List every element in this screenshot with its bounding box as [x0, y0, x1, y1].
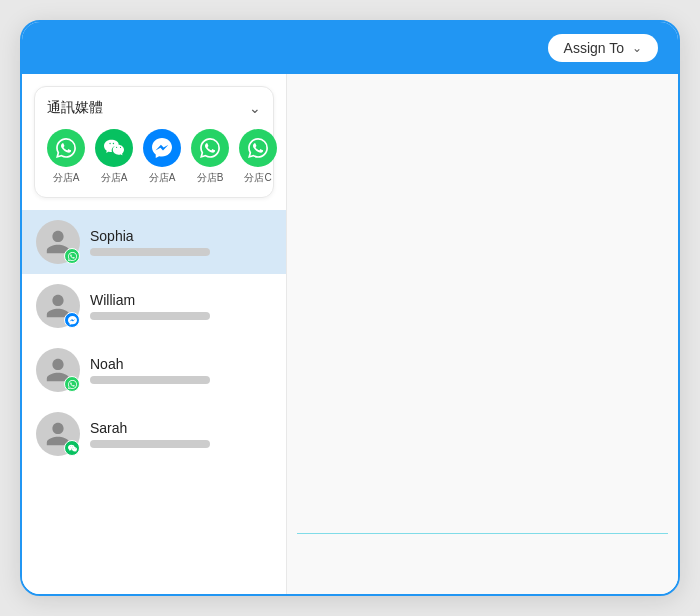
contact-item-sarah[interactable]: Sarah [22, 402, 286, 466]
channel-item-1[interactable]: 分店A [47, 129, 85, 185]
channel-label-1: 分店A [53, 171, 80, 185]
whatsapp-icon-3 [239, 129, 277, 167]
contact-preview-william [90, 312, 210, 320]
badge-messenger-william [64, 312, 80, 328]
sidebar: 通訊媒體 ⌄ 分店A [22, 74, 287, 594]
channel-label-3: 分店A [149, 171, 176, 185]
channel-item-5[interactable]: 分店C [239, 129, 277, 185]
channel-dropdown-icon[interactable]: ⌄ [249, 100, 261, 116]
assign-to-label: Assign To [564, 40, 624, 56]
contact-info-noah: Noah [90, 356, 272, 384]
contact-item-sophia[interactable]: Sophia [22, 210, 286, 274]
channel-label-5: 分店C [244, 171, 271, 185]
contact-list: Sophia [22, 210, 286, 594]
avatar-wrapper-sophia [36, 220, 80, 264]
main-content: 通訊媒體 ⌄ 分店A [22, 74, 678, 594]
avatar-wrapper-sarah [36, 412, 80, 456]
wechat-icon-1 [95, 129, 133, 167]
contact-name-noah: Noah [90, 356, 272, 372]
contact-preview-sophia [90, 248, 210, 256]
contact-item-noah[interactable]: Noah [22, 338, 286, 402]
channel-item-3[interactable]: 分店A [143, 129, 181, 185]
contact-info-william: William [90, 292, 272, 320]
whatsapp-icon-2 [191, 129, 229, 167]
channel-icons-row: 分店A 分店A [47, 129, 261, 185]
channel-item-2[interactable]: 分店A [95, 129, 133, 185]
whatsapp-icon-1 [47, 129, 85, 167]
right-content-pane [287, 74, 678, 594]
channel-label-2: 分店A [101, 171, 128, 185]
badge-wechat-sarah [64, 440, 80, 456]
channel-label-4: 分店B [197, 171, 224, 185]
device-frame: Assign To ⌄ 通訊媒體 ⌄ [20, 20, 680, 596]
contact-info-sarah: Sarah [90, 420, 272, 448]
avatar-wrapper-noah [36, 348, 80, 392]
badge-whatsapp-noah [64, 376, 80, 392]
channel-header: 通訊媒體 ⌄ [47, 99, 261, 117]
channel-card: 通訊媒體 ⌄ 分店A [34, 86, 274, 198]
contact-name-sarah: Sarah [90, 420, 272, 436]
chevron-down-icon: ⌄ [632, 41, 642, 55]
contact-preview-sarah [90, 440, 210, 448]
contact-name-sophia: Sophia [90, 228, 272, 244]
contact-name-william: William [90, 292, 272, 308]
badge-whatsapp-sophia [64, 248, 80, 264]
messenger-icon-1 [143, 129, 181, 167]
avatar-wrapper-william [36, 284, 80, 328]
channel-title: 通訊媒體 [47, 99, 103, 117]
contact-info-sophia: Sophia [90, 228, 272, 256]
contact-item-william[interactable]: William [22, 274, 286, 338]
assign-to-button[interactable]: Assign To ⌄ [548, 34, 658, 62]
header-bar: Assign To ⌄ [22, 22, 678, 74]
channel-item-4[interactable]: 分店B [191, 129, 229, 185]
chat-divider-line [297, 533, 668, 535]
contact-preview-noah [90, 376, 210, 384]
